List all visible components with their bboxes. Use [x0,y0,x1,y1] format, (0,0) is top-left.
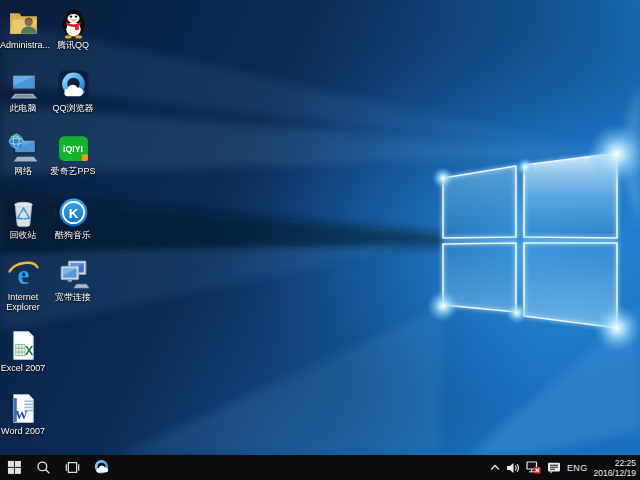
taskbar: ENG 22:25 2016/12/19 [0,455,640,480]
windows-hero-wallpaper [0,0,640,455]
speaker-icon [506,462,520,474]
system-tray: ENG 22:25 2016/12/19 [490,455,640,480]
taskbar-qq-browser-button[interactable] [87,455,116,480]
search-button[interactable] [29,455,58,480]
desktop-icon-label: QQ浏览器 [50,103,96,113]
svg-text:W: W [15,408,28,422]
desktop-icon-iqiyi-pps[interactable]: iQIYI 爱奇艺PPS [50,132,96,176]
qq-browser-taskbar-icon [93,459,110,476]
broadband-monitors-icon [57,258,90,291]
svg-text:K: K [68,206,78,221]
taskbar-left-group [0,455,116,480]
internet-explorer-icon: e [7,258,40,291]
clock-date: 2016/12/19 [593,468,636,478]
desktop-icon-this-pc[interactable]: 此电脑 [0,69,46,113]
qq-penguin-icon [57,6,90,39]
recycle-bin-icon [7,196,40,229]
search-icon [36,460,51,475]
desktop-icon-label: 回收站 [0,230,46,240]
desktop-icon-label: 网络 [0,166,46,176]
volume-button[interactable] [506,455,520,480]
desktop-icon-label: 宽带连接 [50,292,96,302]
kugou-icon: K [57,196,90,229]
tray-overflow-button[interactable] [490,455,500,480]
user-folder-icon [7,6,40,39]
svg-text:X: X [25,344,34,358]
desktop-icon-label: Internet Explorer [0,292,46,312]
desktop-icon-label: 爱奇艺PPS [50,166,96,176]
desktop-icon-network[interactable]: 网络 [0,132,46,176]
desktop-icon-word-2007[interactable]: W Word 2007 [0,392,46,436]
qq-browser-icon [57,69,90,102]
svg-text:iQIYI: iQIYI [63,144,83,154]
desktop-icon-kugou-music[interactable]: K 酷狗音乐 [50,196,96,240]
network-status-button[interactable] [526,455,541,480]
iqiyi-icon: iQIYI [57,132,90,165]
windows-10-desktop-screen: Administra... 腾讯QQ [0,0,640,480]
computer-monitor-icon [7,69,40,102]
desktop-icon-qq-browser[interactable]: QQ浏览器 [50,69,96,113]
word-document-icon: W [7,392,40,425]
network-globe-icon [7,132,40,165]
clock-time: 22:25 [593,458,636,468]
task-view-button[interactable] [58,455,87,480]
desktop-icon-label: 腾讯QQ [50,40,96,50]
ime-notification-button[interactable] [547,455,561,480]
excel-document-icon: X [7,329,40,362]
desktop-icon-label: 酷狗音乐 [50,230,96,240]
desktop-icon-label: Word 2007 [0,426,46,436]
chevron-up-icon [490,464,500,471]
start-button[interactable] [0,455,29,480]
desktop-icon-internet-explorer[interactable]: e Internet Explorer [0,258,46,312]
desktop-icon-label: Excel 2007 [0,363,46,373]
desktop-area[interactable]: Administra... 腾讯QQ [0,0,640,455]
desktop-icon-label: Administra... [0,40,46,50]
message-bubble-icon [547,462,561,474]
task-view-icon [65,460,80,475]
taskbar-clock[interactable]: 22:25 2016/12/19 [593,458,636,478]
desktop-icon-tencent-qq[interactable]: 腾讯QQ [50,6,96,50]
desktop-icon-excel-2007[interactable]: X Excel 2007 [0,329,46,373]
language-indicator[interactable]: ENG [567,463,587,473]
desktop-icon-broadband-connection[interactable]: 宽带连接 [50,258,96,302]
windows-logo-icon [7,460,22,475]
desktop-icon-administrator[interactable]: Administra... [0,6,46,50]
desktop-icon-label: 此电脑 [0,103,46,113]
desktop-icon-recycle-bin[interactable]: 回收站 [0,196,46,240]
network-disconnected-icon [526,461,541,474]
